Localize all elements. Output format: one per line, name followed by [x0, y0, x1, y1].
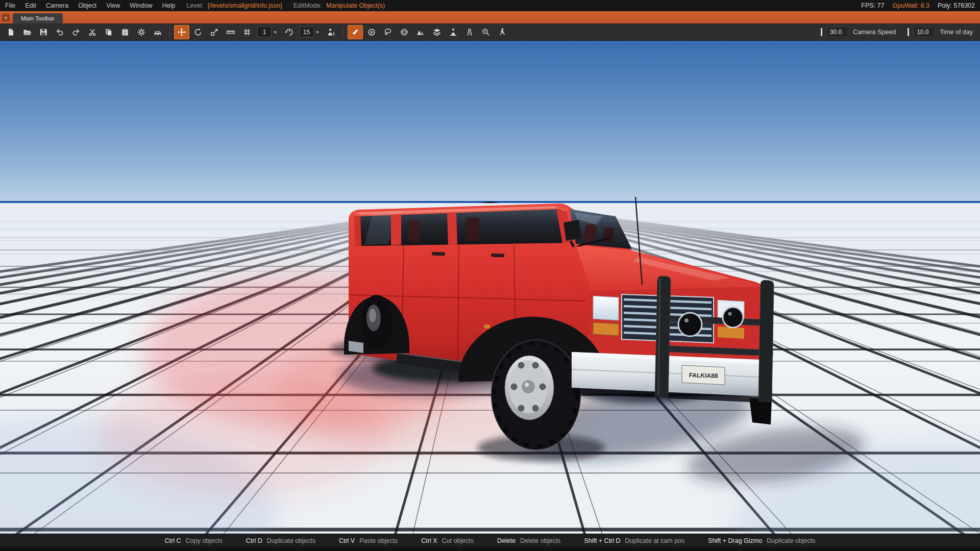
snap-size-dropdown[interactable]: ▾ — [272, 30, 279, 35]
snap-size-combo: ▾ — [257, 27, 279, 37]
menu-help[interactable]: Help — [162, 2, 176, 9]
forest-icon — [416, 28, 425, 37]
menu-items: File Edit Camera Object View Window Help — [5, 2, 175, 9]
front-wheel — [491, 340, 581, 450]
pedestrian-tool-button[interactable] — [495, 25, 510, 39]
license-plate-text: FALKIA88 — [689, 371, 718, 379]
poly-counter: Poly: 576302 — [938, 2, 975, 9]
rear-bumper-corner — [349, 341, 363, 353]
menu-file[interactable]: File — [5, 2, 15, 9]
side-mirror — [564, 220, 581, 241]
toolbar-right-controls: Camera Speed Time of day — [821, 27, 977, 37]
editmode-value[interactable]: Manipulate Object(s) — [326, 2, 385, 9]
shortcut-delete: DeleteDelete objects — [497, 537, 560, 544]
shortcut-duplicate-campos: Shift + Ctrl DDuplicate at cam pos — [584, 537, 684, 544]
level-path[interactable]: [/levels/smallgrid/info.json] — [208, 2, 282, 9]
vehicle-icon — [153, 28, 162, 37]
fog-light-right — [723, 307, 743, 328]
open-file-button[interactable] — [19, 25, 35, 39]
menu-edit[interactable]: Edit — [25, 2, 36, 9]
level-info: Level: [/levels/smallgrid/info.json] Edi… — [186, 2, 385, 9]
editmode-label: EditMode: — [293, 2, 322, 9]
pencil-icon — [351, 28, 360, 37]
cut-button[interactable] — [85, 25, 100, 39]
shortcut-cut: Ctrl XCut objects — [421, 537, 474, 544]
snap-size-input[interactable] — [257, 27, 272, 37]
footer-strip — [0, 547, 980, 551]
fog-light-left — [678, 313, 702, 336]
grid-snap-button[interactable] — [239, 25, 255, 39]
toolbar-separator — [343, 27, 344, 38]
copy-button[interactable] — [101, 25, 116, 39]
layers-icon — [432, 28, 442, 37]
menu-camera[interactable]: Camera — [46, 2, 68, 9]
camera-speed-label: Camera Speed — [853, 29, 896, 36]
spawn-person-icon — [449, 28, 458, 37]
perf-stats: FPS: 77 GpuWait: 8.3 Poly: 576302 — [861, 2, 975, 9]
translate-gizmo-button[interactable] — [174, 25, 189, 39]
camera-speed-drag-handle[interactable] — [821, 28, 822, 36]
turn-signal-left — [593, 322, 619, 336]
rotate-snap-icon — [285, 28, 294, 37]
save-button[interactable] — [36, 25, 51, 39]
turn-signal-right — [718, 327, 744, 339]
settings-button[interactable] — [134, 25, 149, 39]
grid-snap-icon — [242, 28, 252, 37]
side-marker-light — [484, 324, 490, 329]
rotate-gizmo-button[interactable] — [190, 25, 206, 39]
sphere-tool-button[interactable] — [397, 25, 412, 39]
rotate-snap-input[interactable] — [300, 27, 314, 37]
save-icon — [39, 28, 48, 37]
level-label: Level: — [186, 2, 203, 9]
ruler-icon — [226, 28, 235, 37]
decal-tool-button[interactable] — [478, 25, 494, 39]
menu-window[interactable]: Window — [130, 2, 152, 9]
redo-button[interactable] — [68, 25, 84, 39]
spawn-point-button[interactable] — [446, 25, 461, 39]
undo-icon — [55, 28, 64, 37]
paste-button[interactable] — [117, 25, 133, 39]
sphere-icon — [400, 28, 409, 37]
toolbar-collapse-button[interactable]: ▾ — [2, 14, 10, 21]
scene-svg: FALKIA88 — [0, 41, 980, 534]
time-of-day-input[interactable] — [914, 27, 935, 37]
draw-tool-button[interactable] — [348, 25, 363, 39]
rotate-snap-button[interactable] — [282, 25, 297, 39]
main-toolbar: ▾ ▾ — [0, 23, 980, 41]
menu-view[interactable]: View — [106, 2, 120, 9]
ruler-snap-button[interactable] — [223, 25, 238, 39]
scale-gizmo-button[interactable] — [207, 25, 222, 39]
rotate-snap-combo: ▾ — [300, 27, 322, 37]
vehicle-button[interactable] — [150, 25, 165, 39]
forest-tool-button[interactable] — [413, 25, 428, 39]
world-editor-app: File Edit Camera Object View Window Help… — [0, 0, 980, 551]
gear-icon — [137, 28, 146, 37]
menu-object[interactable]: Object — [78, 2, 96, 9]
time-of-day-drag-handle[interactable] — [908, 28, 909, 36]
add-circle-icon — [367, 28, 376, 37]
main-toolbar-tab[interactable]: Main Toolbar — [13, 13, 63, 23]
gpuwait-counter: GpuWait: 8.3 — [893, 2, 930, 9]
camera-speed-input[interactable] — [827, 27, 848, 37]
shortcut-duplicate-gizmo: Shift + Drag GizmoDuplicate objects — [708, 537, 815, 544]
redo-icon — [71, 28, 81, 37]
status-bar: Ctrl CCopy objects Ctrl DDuplicate objec… — [0, 534, 980, 547]
copy-icon — [104, 28, 113, 37]
drop-player-button[interactable] — [324, 25, 339, 39]
fps-counter: FPS: 77 — [861, 2, 884, 9]
toolbar-separator — [169, 27, 170, 38]
add-object-button[interactable] — [364, 25, 379, 39]
lasso-select-button[interactable] — [380, 25, 396, 39]
new-file-icon — [6, 28, 15, 37]
road-icon — [465, 28, 474, 37]
new-file-button[interactable] — [3, 25, 18, 39]
road-tool-button[interactable] — [462, 25, 477, 39]
door-handle — [432, 252, 445, 256]
shortcut-duplicate: Ctrl DDuplicate objects — [246, 537, 315, 544]
layers-button[interactable] — [429, 25, 445, 39]
viewport-3d[interactable]: FALKIA88 — [0, 41, 980, 534]
paste-icon — [120, 28, 130, 37]
time-of-day-label: Time of day — [940, 29, 973, 36]
rotate-snap-dropdown[interactable]: ▾ — [314, 30, 322, 35]
undo-button[interactable] — [52, 25, 67, 39]
